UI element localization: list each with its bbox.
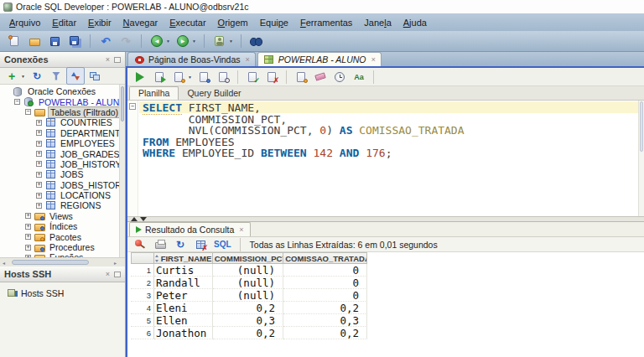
close-icon[interactable]: × xyxy=(106,271,110,278)
scroll-right-icon[interactable]: ▸ xyxy=(114,260,117,266)
row-number-cell[interactable]: 4 xyxy=(131,302,154,314)
tab-query-result[interactable]: Resultado da Consulta × xyxy=(129,222,251,236)
data-cell[interactable]: 0,2 xyxy=(213,302,283,314)
subtab-query-builder[interactable]: Query Builder xyxy=(179,87,249,100)
row-number-cell[interactable]: 1 xyxy=(131,264,154,277)
close-icon[interactable]: × xyxy=(239,225,243,234)
tree-item-tabelas-filtrado[interactable]: −Tabelas (Filtrado) xyxy=(0,107,125,117)
menu-editar[interactable]: Editar xyxy=(46,16,82,29)
sort-button[interactable] xyxy=(66,67,85,85)
expand-icon[interactable]: + xyxy=(36,120,42,126)
expand-icon[interactable]: + xyxy=(36,182,42,188)
refresh-button[interactable]: ↻ xyxy=(28,67,46,85)
close-icon[interactable]: × xyxy=(371,55,375,64)
tree-item-procedures[interactable]: +Procedures xyxy=(0,242,125,252)
data-cell[interactable]: 0 xyxy=(283,289,367,302)
subtab-planilha[interactable]: Planilha xyxy=(129,86,179,100)
rollback-button[interactable]: ✗ xyxy=(262,68,281,85)
restore-icon[interactable] xyxy=(114,272,121,277)
tree-item-views[interactable]: +Views xyxy=(0,211,125,221)
table-row[interactable]: 4Eleni0,20,2 xyxy=(131,302,644,314)
row-number-cell[interactable]: 6 xyxy=(131,327,154,339)
menu-executar[interactable]: Executar xyxy=(164,16,211,29)
menu-equipe[interactable]: Equipe xyxy=(254,16,294,29)
collapse-icon[interactable]: − xyxy=(14,99,20,105)
connections-user-button[interactable]: ▼ xyxy=(210,33,235,50)
column-header-comissao-tratada[interactable]: COMISSAO_TRATADA xyxy=(283,252,367,264)
data-cell[interactable]: 0,3 xyxy=(283,314,367,327)
expand-icon[interactable]: + xyxy=(36,151,42,157)
filter-button[interactable] xyxy=(47,67,65,85)
commit-button[interactable]: ✓ xyxy=(243,68,262,85)
sql-history-button[interactable] xyxy=(330,68,349,85)
tree-item-ndices[interactable]: +Índices xyxy=(0,221,125,231)
tree-item-locations[interactable]: +LOCATIONS xyxy=(0,190,125,200)
expand-icon[interactable]: + xyxy=(25,213,31,219)
editor-scrollbar[interactable] xyxy=(638,101,644,216)
tree-horizontal-scrollbar[interactable]: ◂ ▸ xyxy=(0,257,125,266)
close-icon[interactable]: × xyxy=(246,55,250,64)
table-row[interactable]: 6Jonathon0,20,2 xyxy=(131,327,644,339)
tab-p-gina-de-boas-vindas[interactable]: Página de Boas-Vindas× xyxy=(127,52,256,66)
expand-icon[interactable]: + xyxy=(36,172,42,178)
new-file-button[interactable] xyxy=(5,33,23,50)
expand-icon[interactable]: + xyxy=(36,161,42,167)
print-result-button[interactable] xyxy=(151,235,169,253)
column-header-first-name[interactable]: FIRST_NAME xyxy=(154,252,213,264)
sql-tuning-button[interactable] xyxy=(214,68,232,85)
tree-item-regions[interactable]: +REGIONS xyxy=(0,200,125,210)
tab-powerlab-aluno[interactable]: POWERLAB - ALUNO× xyxy=(257,52,382,66)
open-file-button[interactable] xyxy=(25,33,44,50)
code-fold-icon[interactable]: − xyxy=(129,103,136,110)
run-statement-button[interactable] xyxy=(131,68,149,85)
collapse-all-button[interactable] xyxy=(86,67,104,85)
menu-janela[interactable]: Janela xyxy=(358,16,397,29)
go-forward-button[interactable]: ▶▼ xyxy=(174,33,198,50)
redo-button[interactable]: ↷ xyxy=(117,33,135,50)
clear-button[interactable] xyxy=(311,68,330,85)
data-cell[interactable]: Curtis xyxy=(154,264,213,277)
data-cell[interactable]: 0,2 xyxy=(213,327,283,339)
tree-item-employees[interactable]: +EMPLOYEES xyxy=(0,138,125,148)
undo-button[interactable]: ↶ xyxy=(96,33,115,50)
sort-icon[interactable] xyxy=(155,255,159,262)
data-cell[interactable]: 0,2 xyxy=(283,327,367,339)
close-icon[interactable]: × xyxy=(106,56,110,64)
cancel-grid-button[interactable]: ✗ xyxy=(191,235,210,253)
change-case-button[interactable]: Aa xyxy=(350,68,368,85)
row-number-cell[interactable]: 3 xyxy=(131,289,154,302)
tree-item-oracle-conex-es[interactable]: Oracle Conexões xyxy=(0,86,125,96)
dropdown-caret-icon[interactable]: ▼ xyxy=(188,75,192,80)
save-all-button[interactable] xyxy=(65,33,84,50)
data-cell[interactable]: Ellen xyxy=(154,314,213,327)
tree-item-countries[interactable]: +COUNTRIES xyxy=(0,117,125,127)
tree-item-jobs-history[interactable]: +JOBS_HISTORY xyxy=(0,180,125,190)
menu-navegar[interactable]: Navegar xyxy=(117,16,164,29)
expand-icon[interactable]: + xyxy=(36,130,42,136)
menu-origem[interactable]: Origem xyxy=(212,16,254,29)
expand-icon[interactable]: + xyxy=(36,203,42,209)
autotrace-button[interactable]: ▼ xyxy=(169,68,194,85)
restore-icon[interactable] xyxy=(114,57,121,63)
tree-item-job-grades[interactable]: +JOB_GRADES xyxy=(0,148,125,158)
table-row[interactable]: 1Curtis(null)0 xyxy=(131,264,644,277)
data-cell[interactable]: 0 xyxy=(283,277,367,289)
data-cell[interactable]: (null) xyxy=(213,277,283,289)
pin-result-button[interactable] xyxy=(131,235,149,253)
menu-ajuda[interactable]: Ajuda xyxy=(397,16,433,29)
data-cell[interactable]: Jonathon xyxy=(154,327,213,339)
splitter-down-icon[interactable] xyxy=(140,217,147,221)
splitter-bar[interactable] xyxy=(127,216,644,222)
splitter-up-icon[interactable] xyxy=(131,217,138,221)
collapse-icon[interactable]: − xyxy=(25,109,31,115)
expand-icon[interactable]: + xyxy=(25,224,31,230)
expand-icon[interactable]: + xyxy=(36,193,42,199)
dropdown-caret-icon[interactable]: ▼ xyxy=(21,74,25,79)
expand-icon[interactable]: + xyxy=(25,245,31,251)
dropdown-caret-icon[interactable]: ▼ xyxy=(229,39,233,44)
table-row[interactable]: 5Ellen0,30,3 xyxy=(131,314,644,327)
data-cell[interactable]: Peter xyxy=(154,289,213,302)
data-cell[interactable]: (null) xyxy=(213,289,283,302)
data-cell[interactable]: 0 xyxy=(283,264,367,277)
scroll-left-icon[interactable]: ◂ xyxy=(3,260,5,266)
